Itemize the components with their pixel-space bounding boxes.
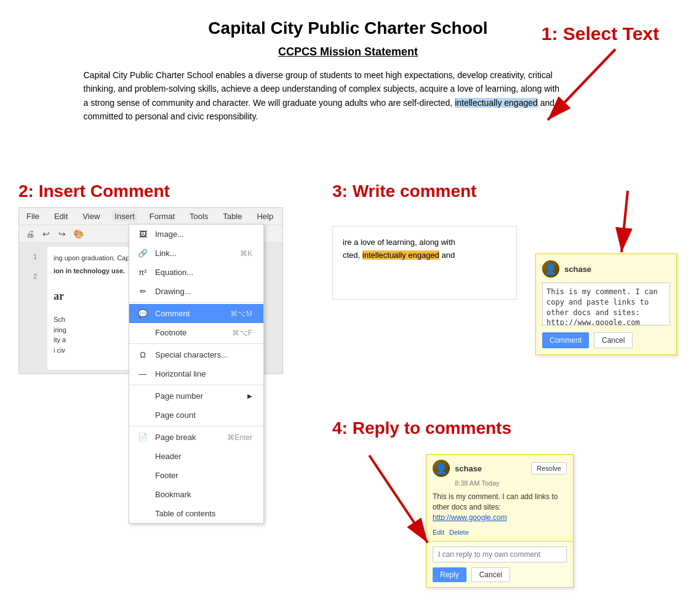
doc-preview-highlight: intellectually engaged <box>362 250 439 260</box>
comment-link[interactable]: http://www.google.com <box>433 513 507 522</box>
reply-button[interactable]: Reply <box>433 567 466 582</box>
menu-item-special-chars[interactable]: Ω Special characters... <box>129 345 263 364</box>
doc-preview: ire a love of learning, along with cted,… <box>332 226 517 300</box>
comment-textarea[interactable]: This is my comment. I can copy and paste… <box>542 282 670 326</box>
page-break-label: Page break <box>153 431 199 443</box>
menu-item-equation[interactable]: π² Equation... <box>129 263 263 282</box>
reply-avatar: 👤 <box>433 460 450 477</box>
edit-link[interactable]: Edit <box>433 529 444 536</box>
menu-item-toc[interactable]: Table of contents <box>129 504 263 523</box>
menu-item-link[interactable]: 🔗 Link... ⌘K <box>129 244 263 263</box>
doc-preview-text3: and <box>441 250 455 260</box>
reply-input[interactable] <box>433 546 567 562</box>
undo-icon[interactable]: ↩ <box>40 228 52 240</box>
menu-tools[interactable]: Tools <box>187 210 210 222</box>
bookmark-label: Bookmark <box>153 489 194 500</box>
resolve-button[interactable]: Resolve <box>531 462 567 474</box>
comment-box: 👤 schase This is my comment. I can copy … <box>535 254 677 355</box>
commenter-name: schase <box>564 265 591 274</box>
drawing-icon: ✏ <box>138 287 148 297</box>
menu-item-bookmark[interactable]: Bookmark <box>129 485 263 504</box>
image-label: Image... <box>153 228 186 240</box>
step3-label: 3: Write comment <box>332 182 683 201</box>
comment-icon: 💬 <box>138 309 148 319</box>
reply-commenter-name: schase <box>455 464 482 473</box>
menu-item-page-number[interactable]: Page number ▶ <box>129 386 263 406</box>
menu-item-image[interactable]: 🖼 Image... <box>129 225 263 244</box>
submenu-arrow: ▶ <box>245 391 255 401</box>
toc-label: Table of contents <box>153 508 218 519</box>
menu-item-page-count[interactable]: Page count <box>129 406 263 425</box>
step2-label: 2: Insert Comment <box>18 182 295 201</box>
divider-1 <box>129 302 263 303</box>
horizontal-line-icon: — <box>138 369 148 379</box>
menu-item-header[interactable]: Header <box>129 447 263 466</box>
horizontal-line-label: Horizontal line <box>153 368 208 380</box>
mission-text-p5: committed to personal and civic responsi… <box>84 111 258 121</box>
menu-item-footnote[interactable]: Footnote ⌘⌥F <box>129 323 263 342</box>
bookmark-icon <box>138 490 148 500</box>
divider-4 <box>129 426 263 426</box>
special-chars-icon: Ω <box>138 350 148 360</box>
comment-actions: Comment Cancel <box>542 332 670 348</box>
header-area: Capital City Public Charter School CCPCS… <box>0 0 696 130</box>
link-label: Link... <box>153 247 179 259</box>
mission-text-p3: a strong sense of community and characte… <box>84 98 453 108</box>
header-label: Header <box>153 450 184 462</box>
avatar: 👤 <box>542 260 559 278</box>
reply-input-area: Reply Cancel <box>426 541 573 587</box>
mission-text-p2: thinking, and problem-solving skills, ac… <box>84 84 560 94</box>
doc-preview-text1: ire a love of learning, along with <box>343 238 455 247</box>
divider-2 <box>129 343 263 344</box>
school-title: Capital City Public Charter School <box>37 18 659 38</box>
delete-link[interactable]: Delete <box>449 529 469 536</box>
toc-icon <box>138 509 148 519</box>
paint-icon[interactable]: 🎨 <box>72 228 84 240</box>
highlighted-phrase: intellectually engaged <box>455 98 538 108</box>
menu-file[interactable]: File <box>24 210 42 222</box>
menu-item-drawing[interactable]: ✏ Drawing... <box>129 282 263 301</box>
comment-body: This is my comment. I can add links to o… <box>426 489 573 527</box>
doc-preview-text2: cted, <box>343 250 360 260</box>
menu-table[interactable]: Table <box>220 210 244 222</box>
menu-view[interactable]: View <box>80 210 102 222</box>
page-count-icon <box>138 410 148 420</box>
menu-insert[interactable]: Insert <box>112 210 137 222</box>
print-icon[interactable]: 🖨 <box>24 228 36 240</box>
footnote-icon <box>138 328 148 338</box>
comment-label: Comment <box>153 308 192 319</box>
page-count-label: Page count <box>153 409 198 421</box>
step4-label: 4: Reply to comments <box>332 418 511 438</box>
page-number-icon <box>138 391 148 401</box>
reply-box: 👤 schase Resolve 8:38 AM Today This is m… <box>426 454 574 588</box>
docs-container: File Edit View Insert Format Tools Table… <box>18 207 283 374</box>
menu-item-footer[interactable]: Footer <box>129 466 263 485</box>
docs-sidebar: 1 2 <box>23 247 47 370</box>
svg-line-4 <box>369 455 428 543</box>
menu-edit[interactable]: Edit <box>52 210 70 222</box>
footnote-label: Footnote <box>153 327 189 338</box>
page-number-label: Page number <box>153 390 206 402</box>
comment-edit-delete: Edit Delete <box>426 527 573 541</box>
page-num-1: 1 <box>33 253 37 260</box>
mission-text: Capital City Public Charter School enabl… <box>84 68 613 124</box>
menu-item-page-break[interactable]: 📄 Page break ⌘Enter <box>129 428 263 447</box>
comment-time: 8:38 AM Today <box>426 479 573 489</box>
comment-cancel-button[interactable]: Cancel <box>594 332 633 348</box>
menu-item-horizontal-line[interactable]: — Horizontal line <box>129 364 263 383</box>
divider-3 <box>129 385 263 385</box>
menu-item-comment[interactable]: 💬 Comment ⌘⌥M <box>129 304 263 323</box>
header-icon <box>138 452 148 462</box>
equation-label: Equation... <box>153 266 196 278</box>
section-3: 3: Write comment ire a love of learning,… <box>332 182 683 330</box>
image-icon: 🖼 <box>138 230 148 239</box>
menu-help[interactable]: Help <box>254 210 276 222</box>
mission-text-p1: Capital City Public Charter School enabl… <box>84 70 553 80</box>
drawing-label: Drawing... <box>153 286 194 297</box>
page-break-icon: 📄 <box>138 433 148 442</box>
comment-header: 👤 schase <box>542 260 670 278</box>
reply-cancel-button[interactable]: Cancel <box>471 567 510 582</box>
redo-icon[interactable]: ↪ <box>56 228 68 240</box>
menu-format[interactable]: Format <box>147 210 177 222</box>
comment-submit-button[interactable]: Comment <box>542 332 589 348</box>
